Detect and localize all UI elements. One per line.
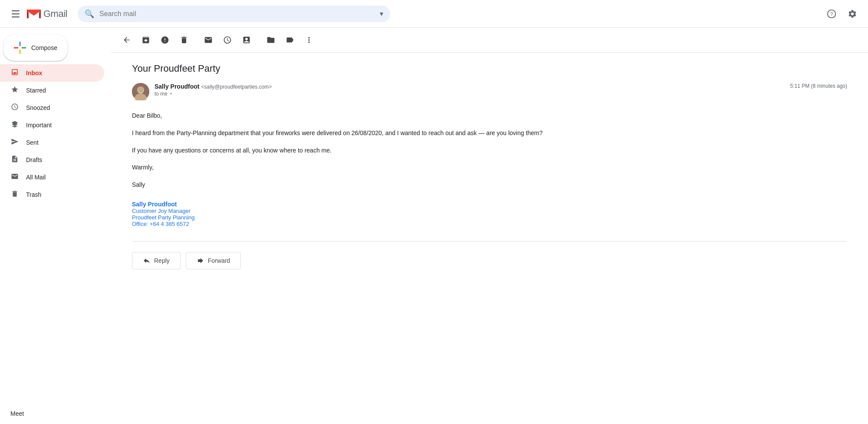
- email-greeting: Dear Bilbo,: [132, 111, 847, 121]
- forward-button[interactable]: Forward: [186, 252, 241, 269]
- mark-unread-button[interactable]: [200, 31, 217, 49]
- sidebar-item-important[interactable]: Important: [0, 116, 104, 134]
- search-bar[interactable]: 🔍 ▾: [78, 6, 390, 22]
- sig-title: Customer Joy Manager: [132, 208, 847, 214]
- app-header: Gmail 🔍 ▾ ?: [0, 0, 868, 28]
- reply-button[interactable]: Reply: [132, 252, 181, 269]
- to-me-dropdown[interactable]: to me: [155, 91, 785, 97]
- dropdown-chevron-icon: [168, 91, 174, 96]
- add-task-button[interactable]: [238, 31, 255, 49]
- move-icon: [266, 36, 275, 44]
- more-button[interactable]: [300, 31, 318, 49]
- archive-button[interactable]: [137, 31, 155, 49]
- sidebar: Compose Inbox Starred Snoozed: [0, 28, 111, 424]
- label-icon: [286, 36, 294, 44]
- sender-avatar: [132, 83, 149, 100]
- sidebar-item-drafts-label: Drafts: [26, 156, 42, 163]
- sidebar-item-all-mail-label: All Mail: [26, 174, 46, 181]
- sidebar-item-snoozed-label: Snoozed: [26, 104, 50, 111]
- important-icon: [10, 120, 19, 130]
- help-icon: ?: [827, 9, 836, 19]
- email-signature-name-text: Sally: [132, 180, 847, 190]
- delete-icon: [180, 36, 188, 44]
- email-body: Dear Bilbo, I heard from the Party-Plann…: [132, 111, 847, 190]
- sidebar-item-starred[interactable]: Starred: [0, 82, 104, 99]
- sidebar-nav: Inbox Starred Snoozed Important: [0, 64, 111, 203]
- sidebar-item-sent-label: Sent: [26, 139, 39, 146]
- header-actions: ?: [823, 5, 861, 23]
- help-button[interactable]: ?: [823, 5, 840, 23]
- meet-section-label: Meet: [0, 403, 111, 424]
- sidebar-item-all-mail[interactable]: All Mail: [0, 169, 104, 186]
- gmail-text: Gmail: [43, 8, 67, 20]
- inbox-icon: [10, 68, 19, 78]
- email-meta: Sally Proudfoot <sally@proudfeetparties.…: [132, 83, 847, 100]
- delete-button[interactable]: [175, 31, 193, 49]
- main-content: Your Proudfeet Party Sally Proud: [111, 28, 868, 424]
- trash-icon: [10, 190, 19, 200]
- sig-office: Office: +64 4 385 6572: [132, 221, 847, 227]
- sidebar-item-starred-label: Starred: [26, 87, 46, 94]
- sidebar-item-inbox-label: Inbox: [26, 70, 42, 76]
- drafts-icon: [10, 155, 19, 165]
- gmail-logo[interactable]: Gmail: [26, 6, 67, 22]
- compose-label: Compose: [31, 44, 57, 51]
- menu-button[interactable]: [7, 5, 24, 23]
- gear-icon: [848, 9, 857, 19]
- compose-plus-icon: [14, 42, 26, 54]
- search-input[interactable]: [99, 10, 375, 18]
- search-icon: 🔍: [85, 9, 94, 19]
- sender-info: Sally Proudfoot <sally@proudfeetparties.…: [155, 83, 785, 97]
- email-closing: Warmly,: [132, 162, 847, 173]
- email-paragraph-2: If you have any questions or concerns at…: [132, 146, 847, 156]
- sidebar-item-inbox[interactable]: Inbox: [0, 64, 104, 82]
- move-to-button[interactable]: [262, 31, 279, 49]
- gmail-m-icon: [26, 6, 42, 22]
- sidebar-item-trash-label: Trash: [26, 191, 41, 198]
- archive-icon: [141, 36, 150, 44]
- sender-email: <sally@proudfeetparties.com>: [201, 84, 272, 90]
- svg-point-6: [138, 86, 144, 93]
- search-dropdown-icon[interactable]: ▾: [380, 10, 383, 18]
- clock-icon: [10, 103, 19, 113]
- sig-full-name: Sally Proudfoot: [132, 201, 847, 208]
- email-signature: Sally Proudfoot Customer Joy Manager Pro…: [132, 201, 847, 227]
- compose-button[interactable]: Compose: [3, 35, 68, 61]
- sidebar-item-drafts[interactable]: Drafts: [0, 151, 104, 169]
- email-paragraph-1: I heard from the Party-Planning departme…: [132, 128, 847, 139]
- spam-button[interactable]: [156, 31, 174, 49]
- star-icon: [10, 86, 19, 96]
- sent-icon: [10, 138, 19, 148]
- snooze-button[interactable]: [219, 31, 236, 49]
- svg-text:?: ?: [830, 11, 833, 17]
- forward-label: Forward: [208, 257, 230, 264]
- sidebar-item-sent[interactable]: Sent: [0, 134, 104, 151]
- email-toolbar: [111, 28, 868, 53]
- email-view: Your Proudfeet Party Sally Proud: [111, 53, 868, 424]
- more-dots-icon: [305, 36, 313, 44]
- app-layout: Compose Inbox Starred Snoozed: [0, 28, 868, 424]
- sidebar-item-snoozed[interactable]: Snoozed: [0, 99, 104, 116]
- sig-company: Proudfeet Party Planning: [132, 214, 847, 221]
- reply-label: Reply: [154, 257, 170, 264]
- back-arrow-icon: [122, 36, 131, 44]
- settings-button[interactable]: [844, 5, 861, 23]
- back-button[interactable]: [118, 31, 135, 49]
- mark-unread-icon: [204, 36, 213, 44]
- all-mail-icon: [10, 172, 19, 182]
- labels-button[interactable]: [281, 31, 299, 49]
- sidebar-item-trash[interactable]: Trash: [0, 186, 104, 203]
- sender-name: Sally Proudfoot: [155, 83, 199, 90]
- email-subject: Your Proudfeet Party: [132, 63, 847, 74]
- spam-icon: [161, 36, 169, 44]
- task-icon: [242, 36, 251, 44]
- email-action-buttons: Reply Forward: [132, 241, 847, 269]
- forward-icon: [197, 257, 204, 265]
- reply-icon: [143, 257, 151, 265]
- email-timestamp: 5:11 PM (8 minutes ago): [790, 83, 847, 89]
- snooze-icon: [223, 36, 232, 44]
- sender-name-line: Sally Proudfoot <sally@proudfeetparties.…: [155, 83, 785, 90]
- sidebar-item-important-label: Important: [26, 122, 52, 129]
